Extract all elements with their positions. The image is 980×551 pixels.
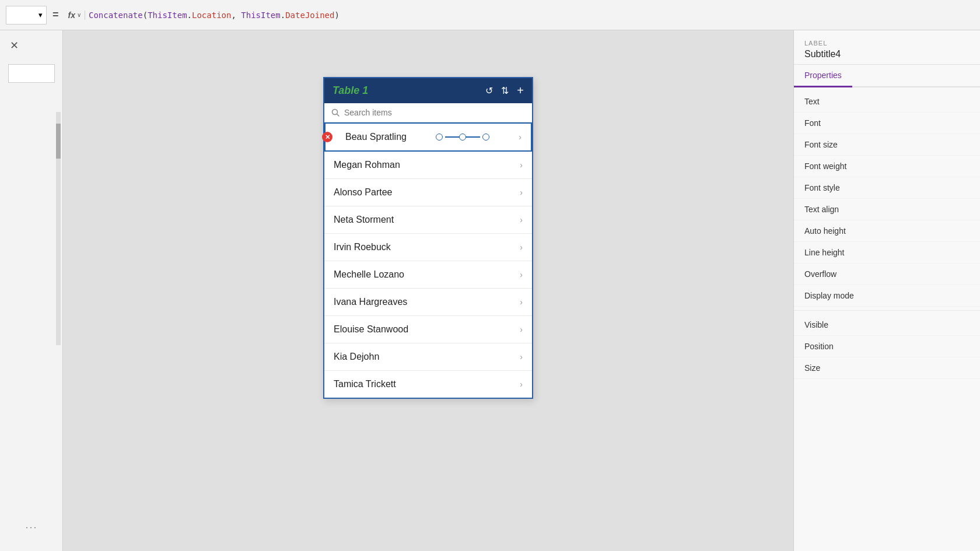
formula-bar: ▾ = fx ∨ Concatenate(ThisItem.Location, … (0, 0, 980, 30)
prop-text: Text (794, 91, 980, 113)
prop-font-style-label[interactable]: Font style (804, 183, 840, 192)
equals-sign: = (50, 9, 61, 21)
this-item-2: ThisItem (241, 10, 280, 20)
prop-auto-height-label[interactable]: Auto height (804, 226, 846, 236)
left-scrollbar[interactable] (56, 112, 61, 345)
prop-visible-label[interactable]: Visible (804, 320, 828, 329)
formula-dropdown-arrow: ▾ (38, 10, 43, 19)
panel-properties: Text Font Font size Font weight Font sty… (794, 87, 980, 382)
prop-font-label[interactable]: Font (804, 118, 821, 128)
table-row[interactable]: ✕ Beau Spratling › (324, 122, 532, 152)
prop-size: Size (794, 357, 980, 379)
panel-tabs: Properties (794, 65, 980, 87)
delete-button[interactable]: ✕ (322, 132, 332, 142)
row-chevron: › (520, 160, 523, 170)
table-row[interactable]: Ivana Hargreaves › (324, 289, 532, 316)
fx-button[interactable]: fx ∨ (65, 10, 85, 20)
row-chevron: › (520, 215, 523, 224)
formula-input[interactable]: Concatenate(ThisItem.Location, ThisItem.… (89, 10, 974, 20)
prop-overflow: Overflow (794, 264, 980, 285)
row-name: Mechelle Lozano (334, 269, 404, 280)
row-name: Megan Rohman (334, 160, 400, 170)
this-item-1: ThisItem (148, 10, 187, 20)
prop-location: Location (192, 10, 231, 20)
row-chevron: › (520, 270, 523, 279)
table-row[interactable]: Tamica Trickett › (324, 371, 532, 398)
main-canvas: Table 1 ↺ ⇅ + ✕ Beau Spratling (63, 30, 793, 551)
prop-size-label[interactable]: Size (804, 363, 820, 373)
row-chevron: › (520, 188, 523, 197)
gallery-widget: Table 1 ↺ ⇅ + ✕ Beau Spratling (323, 77, 533, 399)
row-chevron: › (520, 325, 523, 334)
left-panel: ✕ ··· (0, 30, 63, 551)
table-row[interactable]: Irvin Roebuck › (324, 234, 532, 261)
row-chevron: › (519, 132, 522, 142)
left-dots: ··· (0, 521, 63, 534)
tab-properties[interactable]: Properties (794, 65, 852, 87)
prop-font-size: Font size (794, 134, 980, 156)
prop-auto-height: Auto height (794, 220, 980, 242)
row-name: Beau Spratling (345, 132, 407, 142)
prop-font-weight-label[interactable]: Font weight (804, 162, 846, 171)
panel-label-section: LABEL Subtitle4 (794, 30, 980, 65)
row-name: Ivana Hargreaves (334, 297, 407, 307)
prop-text-label[interactable]: Text (804, 97, 820, 106)
table-row[interactable]: Kia Dejohn › (324, 343, 532, 371)
prop-line-height: Line height (794, 242, 980, 264)
row-chevron: › (520, 352, 523, 362)
scrollbar-thumb (56, 124, 61, 159)
svg-line-1 (337, 114, 340, 117)
table-row[interactable]: Neta Storment › (324, 206, 532, 234)
table-row[interactable]: Alonso Partee › (324, 179, 532, 206)
prop-display-mode-label[interactable]: Display mode (804, 291, 854, 300)
prop-line-height-label[interactable]: Line height (804, 248, 845, 257)
add-icon[interactable]: + (517, 84, 524, 97)
table-row[interactable]: Elouise Stanwood › (324, 316, 532, 343)
table-row[interactable]: Mechelle Lozano › (324, 261, 532, 289)
row-name: Kia Dejohn (334, 352, 379, 362)
gallery-toolbar: ↺ ⇅ + (485, 84, 524, 97)
prop-display-mode: Display mode (794, 285, 980, 307)
right-panel: LABEL Subtitle4 Properties Text Font Fon… (793, 30, 980, 551)
formula-dropdown[interactable]: ▾ (6, 6, 47, 24)
row-name: Tamica Trickett (334, 379, 396, 389)
panel-subtitle: Subtitle4 (804, 49, 970, 59)
prop-font-size-label[interactable]: Font size (804, 140, 838, 149)
left-search-input[interactable] (8, 64, 55, 83)
row-name: Elouise Stanwood (334, 324, 408, 335)
prop-divider (794, 310, 980, 311)
prop-position: Position (794, 336, 980, 357)
row-name: Irvin Roebuck (334, 242, 391, 252)
search-icon (331, 108, 340, 117)
row-chevron: › (520, 380, 523, 389)
prop-font-style: Font style (794, 177, 980, 199)
prop-datejoined: DateJoined (285, 10, 334, 20)
row-chevron: › (520, 243, 523, 252)
gallery-header: Table 1 ↺ ⇅ + (324, 78, 532, 103)
row-name: Alonso Partee (334, 187, 393, 198)
gallery-title: Table 1 (332, 85, 368, 97)
prop-position-label[interactable]: Position (804, 342, 834, 351)
refresh-icon[interactable]: ↺ (485, 85, 493, 96)
close-button[interactable]: ✕ (6, 37, 22, 54)
search-input[interactable] (344, 108, 525, 117)
table-row[interactable]: Megan Rohman › (324, 152, 532, 179)
prop-overflow-label[interactable]: Overflow (804, 269, 836, 279)
prop-text-align-label[interactable]: Text align (804, 205, 839, 214)
prop-font: Font (794, 113, 980, 134)
row-name: Neta Storment (334, 215, 394, 225)
fx-arrow: ∨ (77, 12, 81, 18)
prop-visible: Visible (794, 314, 980, 336)
prop-font-weight: Font weight (794, 156, 980, 177)
fx-label: fx (68, 10, 75, 20)
search-bar (324, 103, 532, 122)
prop-text-align: Text align (794, 199, 980, 220)
func-name: Concatenate (89, 10, 143, 20)
panel-label: LABEL (804, 40, 970, 47)
sort-icon[interactable]: ⇅ (501, 85, 509, 96)
row-chevron: › (520, 297, 523, 307)
